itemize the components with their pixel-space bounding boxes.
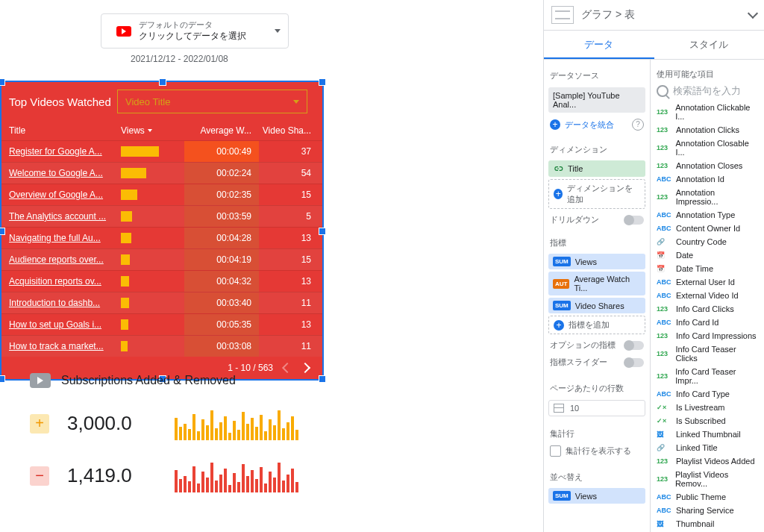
row-bar [121, 341, 184, 351]
table-row[interactable]: How to track a market...00:03:0811 [1, 335, 322, 357]
field-item[interactable]: ✓×Is Livestream [655, 401, 760, 414]
field-name: Annotation Closable I... [675, 139, 758, 157]
field-item[interactable]: 🖼Linked Thumbnail [655, 428, 760, 441]
metric-slider-toggle[interactable] [624, 358, 644, 367]
row-title[interactable]: Overview of Google A... [1, 190, 121, 200]
add-metric[interactable]: +指標を追加 [548, 316, 645, 334]
table-header-row: Title Views Average W... Video Sha... [1, 121, 322, 140]
table-row[interactable]: Welcome to Google A...00:02:2454 [1, 162, 322, 184]
field-item[interactable]: 123Annotation Impressio... [655, 186, 760, 208]
field-item[interactable]: ✓×Is Subscribed [655, 414, 760, 428]
optional-metrics-toggle[interactable] [624, 341, 644, 350]
field-type-icon: 123 [657, 372, 671, 380]
table-row[interactable]: Introduction to dashb...00:03:4011 [1, 292, 322, 313]
field-type-icon: ABC [657, 175, 671, 183]
drilldown-toggle[interactable] [624, 216, 644, 225]
col-views[interactable]: Views [121, 125, 184, 136]
field-item[interactable]: 📅Date Time [655, 262, 760, 275]
field-item[interactable]: ABCPublic Theme [655, 490, 760, 504]
row-title[interactable]: How to track a market... [1, 341, 121, 351]
merge-data-link[interactable]: +データを統合? [544, 116, 650, 134]
field-type-icon: 📅 [657, 251, 671, 259]
dimension-chip-title[interactable]: Title [548, 160, 645, 177]
field-name: Info Card Type [676, 389, 730, 398]
field-item[interactable]: 📅Date [655, 248, 760, 262]
field-type-icon: 🔗 [657, 238, 671, 245]
prev-page-icon[interactable] [282, 363, 292, 373]
table-row[interactable]: The Analytics account ...00:03:595 [1, 205, 322, 227]
field-item[interactable]: 123Playlist Videos Remov... [655, 468, 760, 490]
row-title[interactable]: Navigating the full Au... [1, 233, 121, 243]
field-item[interactable]: 123Info Card Clicks [655, 302, 760, 316]
breadcrumb[interactable]: グラフ > 表 [581, 8, 635, 22]
field-item[interactable]: 123Info Card Teaser Impr... [655, 365, 760, 387]
field-type-icon: ABC [657, 292, 671, 299]
col-title[interactable]: Title [1, 125, 121, 136]
row-avg: 00:03:59 [184, 206, 259, 227]
metric-chip-shares[interactable]: SUMVideo Shares [548, 298, 645, 313]
rows-per-page-select[interactable]: 10 [548, 400, 645, 416]
field-item[interactable]: 123Annotation Closes [655, 159, 760, 172]
add-dimension[interactable]: +ディメンションを追加 [548, 179, 645, 209]
field-item[interactable]: ABCExternal Video Id [655, 289, 760, 302]
field-type-icon: ABC [657, 225, 671, 232]
field-item[interactable]: 123Annotation Clickable I... [655, 101, 760, 123]
field-item[interactable]: 🔗Linked Title [655, 441, 760, 454]
field-item[interactable]: ABCInfo Card Type [655, 387, 760, 401]
row-bar [121, 168, 184, 178]
field-item[interactable]: 🔗Country Code [655, 235, 760, 248]
data-selector[interactable]: デフォルトのデータ クリックしてデータを選択 [101, 13, 289, 48]
help-icon[interactable]: ? [632, 119, 644, 131]
sort-chip[interactable]: SUMViews [548, 488, 645, 504]
table-row[interactable]: Acquisition reports ov...00:04:3213 [1, 270, 322, 292]
field-item[interactable]: ABCExternal User Id [655, 275, 760, 289]
table-row[interactable]: Audience reports over...00:04:1915 [1, 248, 322, 270]
date-range[interactable]: 2021/12/12 - 2022/01/08 [131, 54, 228, 64]
tab-style[interactable]: スタイル [654, 31, 765, 59]
title-selector[interactable]: Video Title [117, 90, 307, 113]
row-title[interactable]: Register for Google A... [1, 146, 121, 157]
chevron-down-icon[interactable] [748, 8, 758, 19]
field-name: Linked Thumbnail [676, 430, 741, 439]
field-item[interactable]: 123Info Card Teaser Clicks [655, 342, 760, 365]
row-title[interactable]: Audience reports over... [1, 254, 121, 265]
col-shares[interactable]: Video Sha... [259, 125, 322, 136]
search-icon [657, 85, 668, 97]
field-item[interactable]: 123Playlist Videos Added [655, 454, 760, 468]
field-name: Playlist Videos Added [676, 457, 755, 466]
data-config-panel: データソース [Sample] YouTube Anal... +データを統合?… [544, 60, 651, 532]
field-type-icon: ABC [657, 211, 671, 219]
row-avg: 00:04:32 [184, 271, 259, 292]
field-type-icon: 123 [657, 126, 671, 134]
row-title[interactable]: The Analytics account ... [1, 211, 121, 222]
show-summary-checkbox[interactable] [550, 445, 561, 457]
row-title[interactable]: Welcome to Google A... [1, 168, 121, 178]
field-item[interactable]: ABCSharing Service [655, 504, 760, 517]
table-row[interactable]: Register for Google A...00:00:4937 [1, 140, 322, 162]
field-item[interactable]: ABCAnnotation Id [655, 172, 760, 186]
row-title[interactable]: Introduction to dashb... [1, 298, 121, 308]
field-item[interactable]: 123Info Card Impressions [655, 329, 760, 342]
metric-chip-views[interactable]: SUMViews [548, 254, 645, 269]
remove-icon: − [30, 466, 49, 486]
datasource-name[interactable]: [Sample] YouTube Anal... [548, 87, 645, 113]
next-page-icon[interactable] [300, 363, 310, 373]
table-chart-icon[interactable] [551, 6, 574, 24]
table-row[interactable]: Navigating the full Au...00:04:2813 [1, 227, 322, 248]
col-avg[interactable]: Average W... [184, 125, 259, 136]
metric-chip-avg[interactable]: AUTAverage Watch Ti... [548, 272, 645, 295]
field-item[interactable]: 123Annotation Clicks [655, 123, 760, 137]
field-item[interactable]: 123Annotation Closable I... [655, 137, 760, 159]
row-title[interactable]: Acquisition reports ov... [1, 276, 121, 287]
field-search[interactable]: 検索語句を入力 [655, 81, 760, 101]
field-type-icon: ABC [657, 390, 671, 398]
row-title[interactable]: How to set up Goals i... [1, 319, 121, 330]
field-item[interactable]: ABCInfo Card Id [655, 316, 760, 329]
field-item[interactable]: ABCAnnotation Type [655, 208, 760, 222]
tab-data[interactable]: データ [544, 31, 654, 59]
field-item[interactable]: 🖼Thumbnail [655, 517, 760, 531]
table-row[interactable]: How to set up Goals i...00:05:3513 [1, 313, 322, 335]
field-item[interactable]: ABCContent Owner Id [655, 222, 760, 235]
table-chart[interactable]: Top Videos Watched Video Title Title Vie… [0, 81, 324, 381]
table-row[interactable]: Overview of Google A...00:02:3515 [1, 184, 322, 205]
